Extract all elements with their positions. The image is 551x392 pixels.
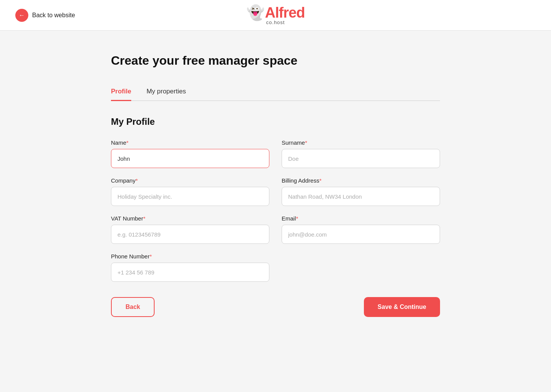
company-input[interactable]: [111, 187, 269, 206]
name-input[interactable]: [111, 149, 269, 168]
surname-input[interactable]: [282, 149, 440, 168]
phone-number-group: Phone Number*: [111, 253, 269, 282]
tabs: Profile My properties: [111, 83, 440, 101]
form-row-phone: Phone Number*: [111, 253, 440, 282]
email-label: Email*: [282, 215, 440, 222]
logo-ghost-icon: 👻: [246, 5, 264, 20]
vat-number-input[interactable]: [111, 225, 269, 244]
phone-number-label: Phone Number*: [111, 253, 269, 260]
back-to-website-label: Back to website: [32, 12, 75, 19]
surname-label: Surname*: [282, 139, 440, 146]
back-to-website-link[interactable]: ← Back to website: [15, 9, 75, 22]
button-row: Back Save & Continue: [111, 297, 440, 317]
logo-alfred: 👻 Alfred: [246, 5, 305, 20]
logo: 👻 Alfred co.host: [246, 5, 305, 25]
header: ← Back to website 👻 Alfred co.host: [0, 0, 551, 31]
save-continue-button[interactable]: Save & Continue: [364, 297, 440, 317]
surname-group: Surname*: [282, 139, 440, 168]
email-input[interactable]: [282, 225, 440, 244]
vat-number-label: VAT Number*: [111, 215, 269, 222]
billing-address-group: Billing Address*: [282, 177, 440, 206]
back-button[interactable]: Back: [111, 297, 155, 317]
tab-my-properties[interactable]: My properties: [147, 83, 186, 101]
tab-profile[interactable]: Profile: [111, 83, 131, 101]
billing-address-input[interactable]: [282, 187, 440, 206]
phone-number-input[interactable]: [111, 263, 269, 282]
email-group: Email*: [282, 215, 440, 244]
vat-number-group: VAT Number*: [111, 215, 269, 244]
company-label: Company*: [111, 177, 269, 184]
name-group: Name*: [111, 139, 269, 168]
billing-address-label: Billing Address*: [282, 177, 440, 184]
main-content: Create your free manager space Profile M…: [103, 31, 448, 340]
back-arrow-icon: ←: [15, 9, 28, 22]
name-label: Name*: [111, 139, 269, 146]
section-title: My Profile: [111, 116, 440, 127]
form-row-company-billing: Company* Billing Address*: [111, 177, 440, 206]
company-group: Company*: [111, 177, 269, 206]
form-row-name-surname: Name* Surname*: [111, 139, 440, 168]
logo-cohost: co.host: [266, 20, 285, 25]
form-row-vat-email: VAT Number* Email*: [111, 215, 440, 244]
page-title: Create your free manager space: [111, 54, 440, 68]
